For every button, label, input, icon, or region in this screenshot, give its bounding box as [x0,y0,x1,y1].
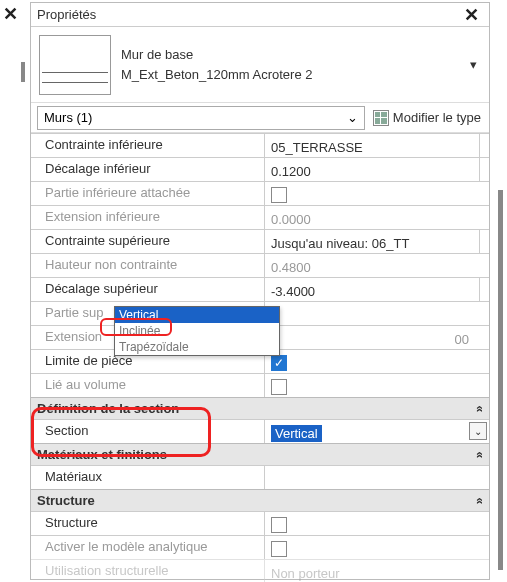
scrollbar-right[interactable] [498,190,503,570]
row-structure[interactable]: Structure [31,511,489,535]
collapse-icon[interactable]: » [473,451,487,458]
properties-grid: Contrainte inférieure 05_TERRASSE Décala… [31,133,489,582]
dock-handle-left[interactable] [21,62,25,82]
collapse-icon[interactable]: » [473,497,487,504]
close-icon[interactable]: ✕ [460,4,483,26]
row-utilisation: Utilisation structurelle Non porteur [31,559,489,582]
value: Non porteur [265,560,489,582]
dropdown-option-trapezoidale[interactable]: Trapézoïdale [115,339,279,355]
label: Structure [31,512,265,535]
panel-title: Propriétés [37,7,460,22]
value: 00 [265,326,489,349]
collapse-icon[interactable]: » [473,405,487,412]
label: Décalage inférieur [31,158,265,181]
chevron-down-icon: ⌄ [347,110,358,125]
dock-close-icon[interactable]: ✕ [3,3,18,25]
value [265,536,489,559]
value [265,182,489,205]
row-lie-volume: Lié au volume [31,373,489,397]
checkbox [271,379,287,395]
value-section-dropdown[interactable]: Vertical ⌄ [265,420,489,443]
label: Partie inférieure attachée [31,182,265,205]
value[interactable]: 05_TERRASSE [265,134,489,157]
value [265,374,489,397]
edit-type-icon [373,110,389,126]
label: Hauteur non contrainte [31,254,265,277]
row-contrainte-inf[interactable]: Contrainte inférieure 05_TERRASSE [31,133,489,157]
label: Contrainte inférieure [31,134,265,157]
dropdown-option-vertical[interactable]: Vertical [115,307,279,323]
row-decalage-inf[interactable]: Décalage inférieur 0.1200 [31,157,489,181]
label: Contrainte supérieure [31,230,265,253]
type-labels: Mur de base M_Ext_Beton_120mm Acrotere 2 [121,45,466,84]
label: Section [31,420,265,443]
label: Extension inférieure [31,206,265,229]
edit-type-label: Modifier le type [393,110,481,125]
value[interactable] [265,466,489,489]
title-bar: Propriétés ✕ [31,3,489,27]
row-materiaux[interactable]: Matériaux [31,465,489,489]
group-definition-section[interactable]: Définition de la section » [31,397,489,419]
checkbox [271,541,287,557]
checkbox-checked[interactable]: ✓ [271,355,287,371]
label: Utilisation structurelle [31,560,265,582]
section-value-selected: Vertical [271,425,322,442]
category-combo[interactable]: Murs (1) ⌄ [37,106,365,130]
value: 0.0000 [265,206,489,229]
group-structure[interactable]: Structure » [31,489,489,511]
checkbox [271,187,287,203]
label: Matériaux [31,466,265,489]
category-value: Murs (1) [44,110,92,125]
type-dropdown-arrow[interactable]: ▾ [466,53,481,76]
row-section[interactable]: Section Vertical ⌄ [31,419,489,443]
label: Décalage supérieur [31,278,265,301]
value [265,302,489,325]
dropdown-option-inclinee[interactable]: Inclinée [115,323,279,339]
row-partie-inf: Partie inférieure attachée [31,181,489,205]
value: 0.4800 [265,254,489,277]
dropdown-arrow-icon[interactable]: ⌄ [469,422,487,440]
category-row: Murs (1) ⌄ Modifier le type [31,103,489,133]
type-name: M_Ext_Beton_120mm Acrotere 2 [121,65,466,85]
value[interactable]: Jusqu'au niveau: 06_TT [265,230,489,253]
row-contrainte-sup[interactable]: Contrainte supérieure Jusqu'au niveau: 0… [31,229,489,253]
value[interactable]: -3.4000 [265,278,489,301]
section-dropdown-popup[interactable]: Vertical Inclinée Trapézoïdale [114,306,280,356]
row-hauteur-nc: Hauteur non contrainte 0.4800 [31,253,489,277]
properties-panel: Propriétés ✕ Mur de base M_Ext_Beton_120… [30,2,490,580]
value[interactable] [265,512,489,535]
checkbox[interactable] [271,517,287,533]
label: Lié au volume [31,374,265,397]
group-label: Définition de la section [37,401,179,416]
value[interactable]: 0.1200 [265,158,489,181]
row-activer-analytique: Activer le modèle analytique [31,535,489,559]
row-decalage-sup[interactable]: Décalage supérieur -3.4000 [31,277,489,301]
label: Activer le modèle analytique [31,536,265,559]
type-thumbnail [39,35,111,95]
edit-type-button[interactable]: Modifier le type [371,108,483,128]
value[interactable]: ✓ [265,350,489,373]
group-label: Structure [37,493,95,508]
row-ext-inf: Extension inférieure 0.0000 [31,205,489,229]
type-selector-row[interactable]: Mur de base M_Ext_Beton_120mm Acrotere 2… [31,27,489,103]
group-materiaux[interactable]: Matériaux et finitions » [31,443,489,465]
type-family: Mur de base [121,45,466,65]
group-label: Matériaux et finitions [37,447,167,462]
